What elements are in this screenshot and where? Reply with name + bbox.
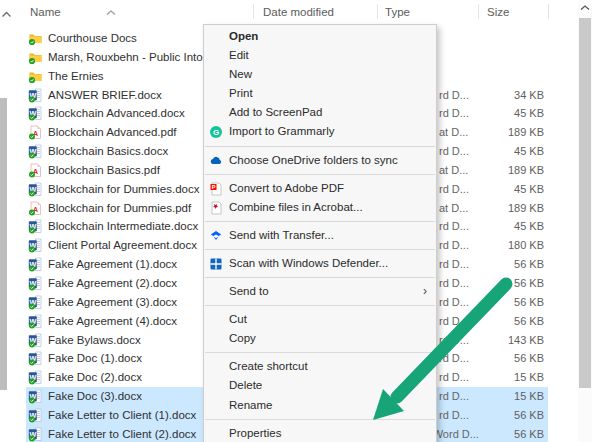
file-explorer-window: Name Date modified Type Size Courthouse …	[0, 0, 600, 442]
word-doc-icon: W	[28, 408, 43, 423]
menu-item-new[interactable]: New	[204, 65, 436, 84]
menu-item-label: Cut	[229, 313, 247, 325]
menu-separator	[205, 146, 435, 147]
column-divider[interactable]	[478, 4, 479, 19]
file-size: 56 KB	[476, 255, 544, 274]
file-name[interactable]: Blockchain Intermediate.docx	[48, 217, 198, 236]
menu-item-send-with-transfer[interactable]: Send with Transfer...	[204, 226, 436, 245]
file-name[interactable]: Client Portal Agreement.docx	[48, 236, 197, 255]
file-type: rd D...	[439, 293, 469, 312]
menu-item-copy[interactable]: Copy	[204, 329, 436, 348]
folder-icon	[28, 50, 43, 65]
menu-item-print[interactable]: Print	[204, 84, 436, 103]
file-size: 15 KB	[476, 368, 544, 387]
file-name[interactable]: Blockchain Basics.pdf	[48, 161, 160, 180]
menu-item-open[interactable]: Open	[204, 27, 436, 46]
column-divider[interactable]	[548, 4, 549, 19]
file-size: 189 KB	[476, 123, 544, 142]
file-name[interactable]: Fake Agreement (3).docx	[48, 293, 177, 312]
word-doc-icon: W	[28, 88, 43, 103]
file-name[interactable]: Fake Bylaws.docx	[48, 331, 141, 350]
menu-item-properties[interactable]: Properties	[204, 424, 436, 442]
column-header-date-modified[interactable]: Date modified	[263, 6, 334, 18]
file-name[interactable]: The Ernies	[48, 67, 104, 86]
file-name[interactable]: Marsh, Rouxbehn - Public Intox a	[48, 48, 218, 67]
context-menu: OpenEditNewPrintAdd to ScreenPadGImport …	[203, 24, 437, 442]
file-name[interactable]: Blockchain Advanced.pdf	[48, 123, 177, 142]
menu-item-scan-with-windows-defender[interactable]: Scan with Windows Defender...	[204, 254, 436, 273]
menu-item-delete[interactable]: Delete	[204, 376, 436, 395]
file-type: at D...	[439, 123, 468, 142]
menu-item-edit[interactable]: Edit	[204, 46, 436, 65]
menu-item-cut[interactable]: Cut	[204, 310, 436, 329]
file-name[interactable]: Fake Agreement (4).docx	[48, 312, 177, 331]
menu-item-label: Properties	[229, 427, 281, 439]
file-name[interactable]: ANSWER BRIEF.docx	[48, 86, 162, 105]
menu-item-label: Create shortcut	[229, 360, 308, 372]
column-header-size[interactable]: Size	[487, 6, 509, 18]
file-name[interactable]: Fake Letter to Client (1).docx	[48, 406, 196, 425]
file-name[interactable]: Blockchain Advanced.docx	[48, 104, 185, 123]
word-doc-icon: W	[28, 370, 43, 385]
file-name[interactable]: Blockchain for Dummies.pdf	[48, 199, 191, 218]
file-name[interactable]: Courthouse Docs	[48, 29, 137, 48]
vertical-scrollbar[interactable]	[578, 0, 592, 442]
menu-item-add-to-screenpad[interactable]: Add to ScreenPad	[204, 103, 436, 122]
file-type: rd D...	[439, 142, 469, 161]
word-doc-icon: W	[28, 276, 43, 291]
file-type: rd D...	[439, 104, 469, 123]
menu-item-rename[interactable]: Rename	[204, 396, 436, 415]
adobe-pdf-icon: P	[209, 182, 223, 196]
file-name[interactable]: Fake Doc (2).docx	[48, 368, 142, 387]
column-header-row: Name Date modified Type Size	[0, 0, 600, 26]
file-size: 189 KB	[476, 161, 544, 180]
file-size: 34 KB	[476, 86, 544, 105]
file-size: 180 KB	[476, 236, 544, 255]
menu-item-label: Rename	[229, 399, 272, 411]
menu-item-send-to[interactable]: Send to›	[204, 282, 436, 301]
menu-item-label: New	[229, 68, 252, 80]
file-type: rd D...	[439, 217, 469, 236]
column-divider[interactable]	[253, 4, 254, 19]
file-name[interactable]: Fake Doc (1).docx	[48, 349, 142, 368]
file-type: rd D...	[439, 86, 469, 105]
file-type: rd D...	[439, 236, 469, 255]
file-size: 56 KB	[476, 349, 544, 368]
pdf-doc-icon: A	[28, 163, 43, 178]
svg-text:P: P	[212, 184, 216, 190]
scroll-up-icon[interactable]	[578, 0, 592, 17]
menu-item-label: Import to Grammarly	[229, 125, 334, 137]
menu-item-label: Delete	[229, 379, 262, 391]
word-doc-icon: W	[28, 351, 43, 366]
file-size: 56 KB	[476, 293, 544, 312]
file-size: 45 KB	[476, 104, 544, 123]
menu-item-label: Open	[229, 30, 258, 42]
collapse-chevron-icon[interactable]	[1, 4, 13, 11]
menu-separator	[205, 352, 435, 353]
file-name[interactable]: Fake Agreement (2).docx	[48, 274, 177, 293]
column-header-name[interactable]: Name	[30, 6, 61, 18]
file-name[interactable]: Fake Letter to Client (2).docx	[48, 425, 196, 442]
file-type: at D...	[439, 161, 468, 180]
acrobat-icon	[209, 201, 223, 215]
scrollbar-thumb[interactable]	[579, 18, 591, 388]
file-name[interactable]: Blockchain for Dummies.docx	[48, 180, 199, 199]
file-size: 56 KB	[476, 406, 544, 425]
file-size: 56 KB	[476, 425, 544, 442]
menu-item-create-shortcut[interactable]: Create shortcut	[204, 357, 436, 376]
menu-item-import-to-grammarly[interactable]: GImport to Grammarly	[204, 122, 436, 141]
file-name[interactable]: Blockchain Basics.docx	[48, 142, 168, 161]
word-doc-icon: W	[28, 219, 43, 234]
file-name[interactable]: Fake Agreement (1).docx	[48, 255, 177, 274]
menu-item-convert-to-adobe-pdf[interactable]: PConvert to Adobe PDF	[204, 179, 436, 198]
file-name[interactable]: Fake Doc (3).docx	[48, 387, 142, 406]
menu-item-label: Choose OneDrive folders to sync	[229, 154, 398, 166]
file-size: 45 KB	[476, 142, 544, 161]
grammarly-icon: G	[209, 125, 223, 139]
column-divider[interactable]	[377, 4, 378, 19]
word-doc-icon: W	[28, 106, 43, 121]
menu-item-combine-files-in-acrobat[interactable]: Combine files in Acrobat...	[204, 198, 436, 217]
menu-item-choose-onedrive-folders-to-sync[interactable]: Choose OneDrive folders to sync	[204, 151, 436, 170]
column-header-type[interactable]: Type	[385, 6, 410, 18]
left-scrollbar-thumb[interactable]	[0, 98, 7, 390]
